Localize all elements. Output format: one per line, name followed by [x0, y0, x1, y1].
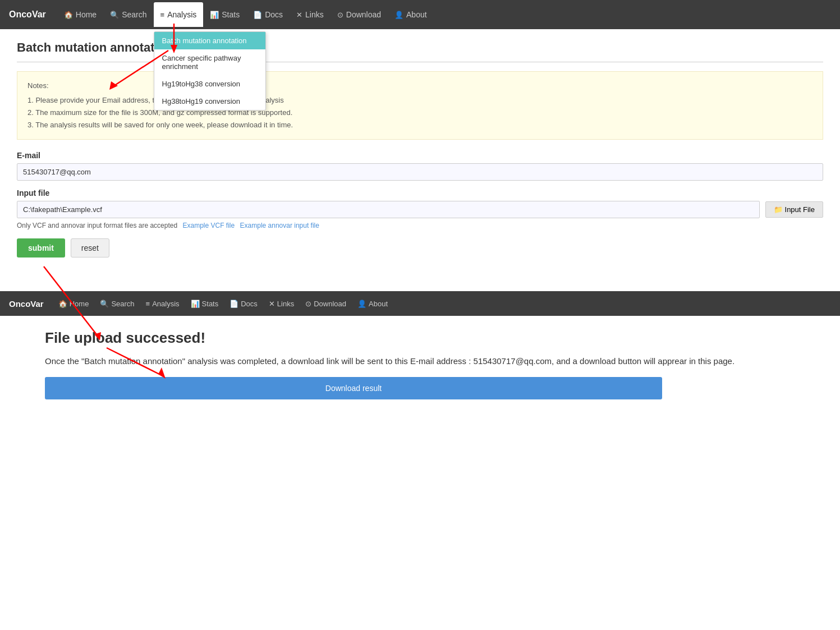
notes-item-3: 3. The analysis results will be saved fo… [27, 119, 813, 131]
nav-download[interactable]: ⊙ Download [331, 2, 388, 27]
example-vcf-link[interactable]: Example VCF file [183, 222, 235, 229]
page-title: Batch mutation annotation [17, 40, 823, 62]
home-icon: 🏠 [64, 11, 73, 19]
home2-icon: 🏠 [58, 300, 67, 308]
example-annovar-link[interactable]: Example annovar input file [240, 222, 319, 229]
nav-links[interactable]: ✕ Links [290, 2, 331, 27]
links-icon: ✕ [296, 11, 302, 19]
form-section: E-mail Input file 📁 Input File Only VCF … [17, 151, 823, 257]
search-icon: 🔍 [110, 11, 119, 19]
success-body: Once the "Batch mutation annotation" ana… [45, 355, 795, 368]
file-hint: Only VCF and annovar input format files … [17, 222, 823, 229]
file-input-row: 📁 Input File [17, 201, 823, 218]
nav2-download[interactable]: ⊙ Download [300, 293, 352, 315]
download2-icon: ⊙ [305, 300, 311, 308]
notes-title: Notes: [27, 80, 813, 92]
about2-icon: 👤 [357, 300, 366, 308]
nav-about[interactable]: 👤 About [388, 2, 434, 27]
about-icon: 👤 [394, 11, 403, 19]
nav-stats[interactable]: 📊 Stats [203, 2, 246, 27]
notes-box: Notes: 1. Please provide your Email addr… [17, 71, 823, 140]
analysis-icon: ≡ [160, 11, 165, 19]
nav-search[interactable]: 🔍 Search [103, 2, 153, 27]
dropdown-cancer-pathway[interactable]: Cancer specific pathway enrichment [154, 49, 265, 75]
bottom-section: OncoVar 🏠 Home 🔍 Search ≡ Analysis 📊 Sta… [0, 291, 840, 399]
page-wrapper: OncoVar 🏠 Home 🔍 Search ≡ Analysis Batch… [0, 0, 840, 399]
search2-icon: 🔍 [100, 300, 109, 308]
email-label: E-mail [17, 151, 823, 160]
nav-docs[interactable]: 📄 Docs [246, 2, 290, 27]
links2-icon: ✕ [269, 300, 275, 308]
nav2-about[interactable]: 👤 About [352, 293, 393, 315]
stats-icon: 📊 [210, 11, 219, 19]
nav2-search[interactable]: 🔍 Search [94, 293, 140, 315]
form-actions: submit reset [17, 238, 823, 257]
download-icon: ⊙ [337, 11, 343, 19]
bottom-navbar: OncoVar 🏠 Home 🔍 Search ≡ Analysis 📊 Sta… [0, 291, 840, 316]
browse-file-button[interactable]: 📁 Input File [765, 201, 823, 218]
submit-button[interactable]: submit [17, 238, 65, 257]
brand-logo[interactable]: OncoVar [9, 10, 46, 20]
nav2-home[interactable]: 🏠 Home [53, 293, 95, 315]
nav2-analysis[interactable]: ≡ Analysis [140, 293, 185, 315]
email-input[interactable] [17, 163, 823, 181]
nav2-docs[interactable]: 📄 Docs [224, 293, 263, 315]
success-area: File upload successed! Once the "Batch m… [0, 329, 840, 399]
file-path-input[interactable] [17, 201, 760, 218]
nav2-links[interactable]: ✕ Links [263, 293, 300, 315]
main-content: Batch mutation annotation Notes: 1. Plea… [0, 29, 840, 269]
analysis-dropdown: Batch mutation annotation Cancer specifi… [154, 31, 266, 111]
notes-item-2: 2. The maximum size for the file is 300M… [27, 107, 813, 119]
stats2-icon: 📊 [191, 300, 200, 308]
analysis2-icon: ≡ [146, 300, 150, 308]
dropdown-hg38-hg19[interactable]: Hg38toHg19 conversion [154, 93, 265, 110]
docs2-icon: 📄 [229, 300, 238, 308]
top-navbar: OncoVar 🏠 Home 🔍 Search ≡ Analysis Batch… [0, 0, 840, 29]
folder-icon: 📁 [774, 205, 783, 214]
nav-home[interactable]: 🏠 Home [57, 2, 103, 27]
nav-analysis[interactable]: ≡ Analysis Batch mutation annotation Can… [154, 2, 204, 27]
reset-button[interactable]: reset [71, 238, 109, 257]
notes-item-1: 1. Please provide your Email address, th… [27, 94, 813, 107]
file-label: Input file [17, 188, 823, 197]
dropdown-hg19-hg38[interactable]: Hg19toHg38 conversion [154, 75, 265, 93]
dropdown-batch-mutation[interactable]: Batch mutation annotation [154, 32, 265, 49]
docs-icon: 📄 [253, 11, 262, 19]
nav2-stats[interactable]: 📊 Stats [185, 293, 224, 315]
success-title: File upload successed! [45, 329, 795, 347]
brand2-logo[interactable]: OncoVar [9, 299, 44, 309]
download-result-button[interactable]: Download result [45, 377, 662, 399]
